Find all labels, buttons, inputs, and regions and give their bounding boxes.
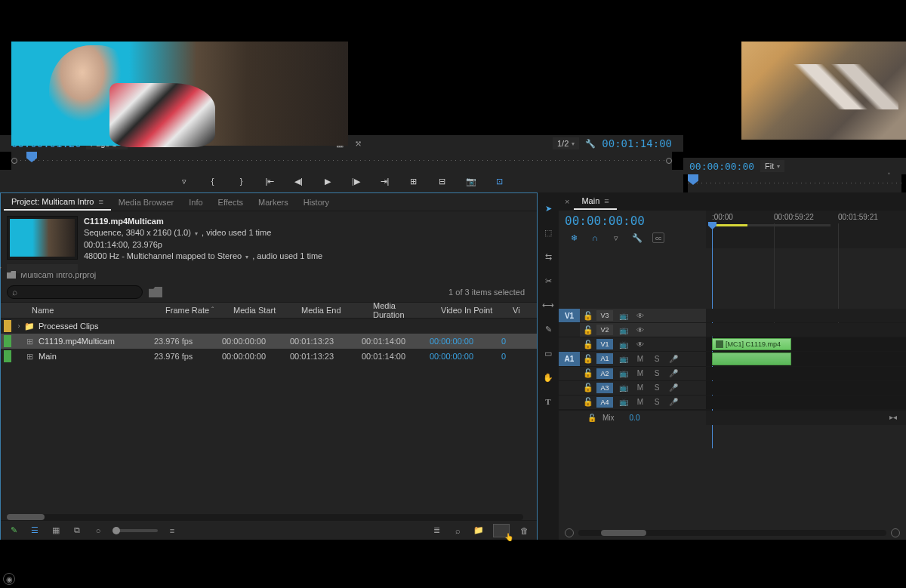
col-video-in[interactable]: Video In Point	[435, 306, 507, 315]
new-bin-icon[interactable]: 📁	[472, 525, 485, 537]
tab-effects[interactable]: Effects	[211, 195, 251, 210]
solo-toggle[interactable]: S	[651, 353, 663, 364]
new-bin-from-search-icon[interactable]	[149, 287, 162, 297]
track-lane[interactable]	[706, 367, 906, 380]
program-timecode[interactable]: 00:00:00:00	[689, 161, 754, 172]
settings-wrench-icon[interactable]: 🔧	[584, 138, 597, 149]
solo-toggle[interactable]: S	[651, 397, 663, 408]
track-lane[interactable]	[706, 309, 906, 322]
horizontal-scrollbar[interactable]	[7, 514, 523, 520]
insert-overwrite-icon[interactable]: ⤲	[351, 138, 365, 149]
zoom-scrollbar[interactable]	[578, 530, 886, 536]
source-patch[interactable]: A1	[559, 352, 580, 365]
timeline-clip[interactable]: [MC1] C1119.mp4	[712, 338, 791, 350]
solo-toggle[interactable]: S	[651, 368, 663, 379]
project-row[interactable]: › 📁 Processed Clips	[1, 319, 537, 334]
mute-toggle[interactable]: M	[634, 353, 646, 364]
sync-lock-icon[interactable]: 📺	[618, 339, 630, 349]
clip-thumbnail[interactable]	[7, 216, 78, 260]
col-frame-rate[interactable]: Frame Rateˆ	[159, 306, 227, 315]
timeline-ruler-area[interactable]: :00:00 00:00:59:22 00:01:59:21	[706, 211, 906, 248]
label-swatch[interactable]	[4, 350, 11, 362]
eye-toggle[interactable]: 👁	[634, 310, 646, 321]
find-icon[interactable]: ⌕	[451, 525, 464, 537]
project-row[interactable]: ⊞ Main 23.976 fps 00:00:00:00 00:01:13:2…	[1, 349, 537, 364]
col-name[interactable]: Name	[5, 306, 159, 315]
auto-match-icon[interactable]: ≣	[430, 525, 443, 537]
track-lane[interactable]: [MC1] C1119.mp4	[706, 337, 906, 351]
zoom-in-handle[interactable]	[891, 528, 900, 537]
zoom-out-handle[interactable]	[565, 528, 574, 537]
eye-toggle[interactable]: 👁	[634, 339, 646, 349]
work-area-bar[interactable]	[712, 224, 830, 226]
source-patch[interactable]	[559, 337, 580, 351]
toggle-multicam-button[interactable]: ⊡	[492, 174, 507, 188]
icon-view-icon[interactable]: ▦	[49, 525, 63, 537]
voice-toggle[interactable]: 🎤	[667, 383, 680, 393]
lock-icon[interactable]: 🔓	[583, 325, 592, 335]
play-button[interactable]: ▶	[320, 174, 335, 188]
program-playhead[interactable]	[688, 174, 698, 185]
mute-toggle[interactable]: M	[634, 368, 646, 379]
tab-media-browser[interactable]: Media Browser	[111, 195, 181, 210]
sequence-tab[interactable]: Main≡	[574, 193, 616, 210]
col-media-start[interactable]: Media Start	[227, 306, 295, 315]
insert-button[interactable]: ⊞	[406, 174, 421, 188]
slip-tool-icon[interactable]: ⟷	[541, 298, 555, 312]
voice-toggle[interactable]: 🎤	[667, 353, 680, 364]
project-row[interactable]: ⊞ C1119.mp4Multicam 23.976 fps 00:00:00:…	[1, 334, 537, 349]
mark-out-button[interactable]: }	[234, 174, 249, 188]
lock-icon[interactable]: 🔓	[583, 311, 592, 321]
source-playhead[interactable]	[26, 152, 37, 162]
hand-tool-icon[interactable]: ✋	[541, 371, 555, 384]
sort-icon[interactable]: ≡	[165, 525, 179, 537]
eye-toggle[interactable]: 👁	[634, 325, 646, 335]
timeline-settings-icon[interactable]: 🔧	[631, 232, 643, 243]
close-sequence-icon[interactable]: ×	[565, 197, 569, 206]
source-patch[interactable]	[559, 381, 580, 395]
mark-in-button[interactable]: {	[205, 174, 220, 188]
thumbnail-scrubber[interactable]	[7, 264, 78, 273]
mute-toggle[interactable]: M	[634, 383, 646, 393]
type-tool-icon[interactable]: T	[541, 395, 555, 408]
zoom-knob-icon[interactable]: ○	[91, 525, 105, 537]
scrub-end-dot[interactable]	[666, 158, 672, 164]
track-target[interactable]: A1	[596, 353, 613, 364]
track-target[interactable]: A4	[596, 397, 613, 408]
source-video-frame[interactable]	[0, 42, 683, 135]
track-lane[interactable]	[706, 352, 906, 365]
col-media-duration[interactable]: Media Duration	[367, 301, 435, 319]
lock-icon[interactable]: 🔓	[583, 383, 592, 393]
sync-lock-icon[interactable]: 📺	[618, 353, 630, 364]
tab-project[interactable]: Project: Multicam Intro≡	[4, 194, 111, 211]
track-target[interactable]: A3	[596, 383, 613, 393]
solo-toggle[interactable]: S	[651, 383, 663, 393]
step-forward-button[interactable]: |▶	[349, 174, 364, 188]
trash-icon[interactable]: 🗑	[517, 525, 531, 537]
go-to-in-button[interactable]: |⇤	[263, 174, 278, 188]
lock-icon[interactable]: 🔓	[583, 368, 592, 378]
program-video-frame[interactable]	[683, 42, 906, 158]
tab-info[interactable]: Info	[181, 195, 210, 210]
program-zoom-dropdown[interactable]: Fit▾	[760, 160, 784, 172]
source-patch[interactable]	[559, 367, 580, 380]
search-input[interactable]	[7, 285, 143, 299]
list-view-icon[interactable]: ☰	[28, 525, 42, 537]
voice-toggle[interactable]: 🎤	[667, 368, 680, 379]
col-media-end[interactable]: Media End	[295, 306, 367, 315]
track-target[interactable]: V2	[596, 325, 613, 335]
program-scrub-ruler[interactable]	[688, 174, 901, 192]
lock-icon[interactable]: 🔓	[583, 397, 592, 407]
lock-icon[interactable]: 🔓	[583, 354, 592, 364]
pen-tool-icon[interactable]: ✎	[541, 322, 555, 336]
new-item-button[interactable]	[493, 524, 510, 537]
source-patch[interactable]	[559, 323, 580, 337]
voice-toggle[interactable]: 🎤	[667, 397, 680, 408]
sync-lock-icon[interactable]: 📺	[618, 397, 630, 408]
mix-lock-icon[interactable]: 🔓	[587, 414, 596, 422]
sync-lock-icon[interactable]: 📺	[618, 368, 630, 379]
mix-value[interactable]: 0.0	[630, 414, 640, 422]
sync-lock-icon[interactable]: 📺	[618, 383, 630, 393]
project-breadcrumb[interactable]: Multicam Intro.prproj	[1, 267, 537, 282]
write-clip-icon[interactable]: ✎	[7, 525, 20, 537]
